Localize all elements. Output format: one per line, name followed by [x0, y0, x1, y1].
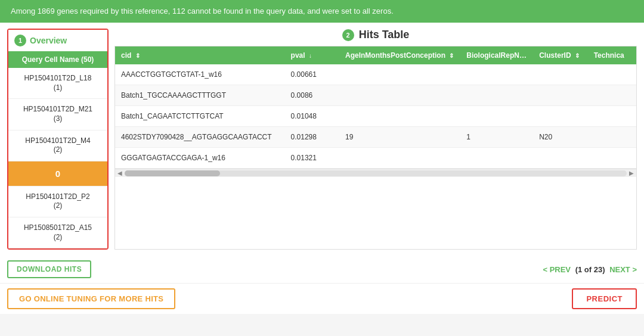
list-item[interactable]: HP1504101T2D_M4(2)	[8, 130, 107, 161]
hits-title: Hits Table	[359, 29, 410, 41]
scroll-left-arrow[interactable]: ◀	[117, 170, 122, 176]
cell-cluster	[533, 148, 587, 169]
table-row: GGGATGAGTACCGAGA-1_w16 0.01321	[115, 148, 636, 169]
table-row: AAACCTGGTGCTGTAT-1_w16 0.00661	[115, 64, 636, 85]
cell-technica	[588, 127, 636, 148]
notification-bar: Among 1869 genes required by this refere…	[0, 0, 644, 23]
hits-table-wrapper: cid ⇕ pval ↓ AgeInMonthsPostConception ⇕…	[114, 46, 637, 250]
cell-age	[339, 85, 460, 106]
cell-cluster	[533, 64, 587, 85]
overview-header: 1 Overview	[8, 30, 107, 51]
cell-pval: 0.01048	[285, 106, 339, 127]
cell-bio	[460, 85, 533, 106]
download-hits-button[interactable]: DOWNLOAD HITS	[7, 260, 91, 278]
cell-cid: Batch1_CAGAATCTCTTGTCAT	[115, 106, 285, 127]
cell-technica	[588, 64, 636, 85]
cell-cid: AAACCTGGTGCTGTAT-1_w16	[115, 64, 285, 85]
online-tuning-button[interactable]: GO ONLINE TUNING FOR MORE HITS	[7, 288, 175, 309]
sort-icon-cluster: ⇕	[575, 52, 580, 59]
scroll-thumb[interactable]	[125, 170, 220, 176]
hits-circle-num: 2	[342, 29, 354, 41]
hits-panel: 2 Hits Table cid ⇕ pval ↓ AgeInMonthsPos…	[114, 29, 637, 250]
list-item[interactable]: HP1504101T2D_P2(2)	[8, 186, 107, 217]
next-label[interactable]: NEXT >	[609, 265, 637, 274]
footer-row: GO ONLINE TUNING FOR MORE HITS PREDICT	[0, 283, 644, 314]
list-item[interactable]: HP1504101T2D_L18(1)	[8, 68, 107, 99]
cell-bio	[460, 64, 533, 85]
cell-cid: GGGATGAGTACCGAGA-1_w16	[115, 148, 285, 169]
cell-cid: 4602STDY7090428__AGTGAGGCAAGTACCT	[115, 127, 285, 148]
notification-text: Among 1869 genes required by this refere…	[11, 7, 394, 15]
col-technica[interactable]: Technica	[588, 46, 636, 64]
horizontal-scrollbar[interactable]: ◀ ▶	[115, 169, 636, 177]
scroll-right-arrow[interactable]: ▶	[629, 170, 634, 176]
col-bio[interactable]: BiologicalRepNo ⇕	[460, 46, 533, 64]
cell-cid: Batch1_TGCCAAAAGCTTTGGT	[115, 85, 285, 106]
list-item[interactable]: HP1508501T2D_A15(2)	[8, 217, 107, 248]
sort-icon-age: ⇕	[449, 52, 454, 59]
cell-bio	[460, 148, 533, 169]
cell-age	[339, 106, 460, 127]
table-body: AAACCTGGTGCTGTAT-1_w16 0.00661 Batch1_TG…	[115, 64, 636, 169]
sort-icon-pval: ↓	[309, 52, 312, 59]
cell-age	[339, 64, 460, 85]
table-row: Batch1_CAGAATCTCTTGTCAT 0.01048	[115, 106, 636, 127]
query-header: Query Cell Name (50)	[8, 51, 107, 68]
cell-pval: 0.0086	[285, 85, 339, 106]
cell-cluster: N20	[533, 127, 587, 148]
hits-table: cid ⇕ pval ↓ AgeInMonthsPostConception ⇕…	[115, 46, 636, 169]
list-item[interactable]: HP1504101T2D_M21(3)	[8, 99, 107, 130]
overview-panel: 1 Overview Query Cell Name (50) HP150410…	[7, 29, 109, 250]
cell-age	[339, 148, 460, 169]
col-age[interactable]: AgeInMonthsPostConception ⇕	[339, 46, 460, 64]
cell-bio	[460, 106, 533, 127]
cell-technica	[588, 85, 636, 106]
cell-pval: 0.00661	[285, 64, 339, 85]
table-row: 4602STDY7090428__AGTGAGGCAAGTACCT 0.0129…	[115, 127, 636, 148]
cell-cluster	[533, 106, 587, 127]
scroll-track[interactable]	[125, 170, 627, 176]
col-cid[interactable]: cid ⇕	[115, 46, 285, 64]
cell-technica	[588, 106, 636, 127]
predict-button[interactable]: PREDICT	[572, 288, 637, 309]
query-list: HP1504101T2D_L18(1) HP1504101T2D_M21(3) …	[8, 68, 107, 248]
cell-technica	[588, 148, 636, 169]
overview-circle-num: 1	[14, 35, 26, 46]
prev-label[interactable]: < PREV	[543, 265, 571, 274]
bottom-row: DOWNLOAD HITS < PREV (1 of 23) NEXT >	[0, 256, 644, 283]
col-cluster[interactable]: ClusterID ⇕	[533, 46, 587, 64]
table-header-row: cid ⇕ pval ↓ AgeInMonthsPostConception ⇕…	[115, 46, 636, 64]
main-content: 1 Overview Query Cell Name (50) HP150410…	[0, 23, 644, 256]
list-item-zero[interactable]: 0	[8, 161, 107, 186]
cell-bio: 1	[460, 127, 533, 148]
cell-pval: 0.01298	[285, 127, 339, 148]
col-pval[interactable]: pval ↓	[285, 46, 339, 64]
pagination: < PREV (1 of 23) NEXT >	[543, 265, 637, 274]
cell-pval: 0.01321	[285, 148, 339, 169]
page-info: (1 of 23)	[575, 265, 605, 274]
cell-age: 19	[339, 127, 460, 148]
table-row: Batch1_TGCCAAAAGCTTTGGT 0.0086	[115, 85, 636, 106]
overview-title: Overview	[30, 36, 67, 45]
hits-header: 2 Hits Table	[114, 29, 637, 41]
sort-icon-bio: ⇕	[528, 52, 532, 59]
cell-cluster	[533, 85, 587, 106]
sort-icon-cid: ⇕	[135, 52, 140, 59]
